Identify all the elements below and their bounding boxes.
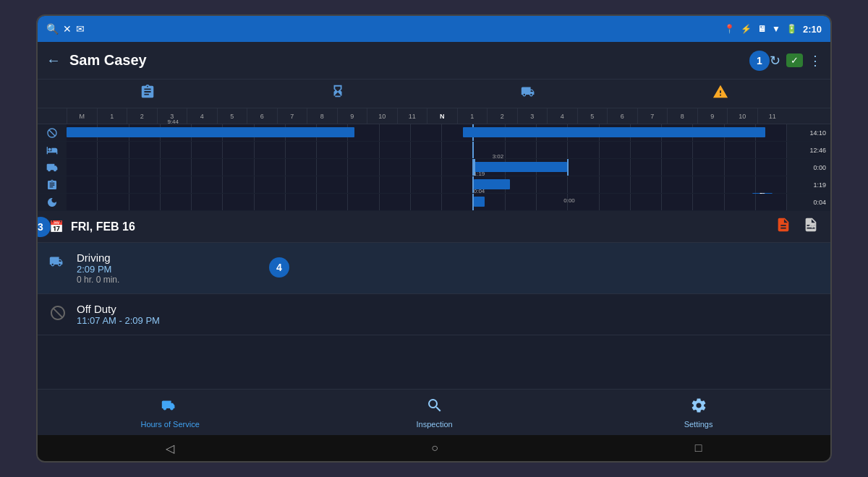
total-on-duty: 1:19 xyxy=(787,181,830,189)
off-duty-bar-1: 9:44 xyxy=(67,127,354,137)
nav-hos-label: Hours of Service xyxy=(140,420,199,429)
bar-label-302: 3:02 xyxy=(493,153,504,160)
settings-icon xyxy=(690,397,707,418)
time-9: 9 xyxy=(337,108,367,124)
off-duty-icon xyxy=(38,127,67,139)
time-7: 7 xyxy=(277,108,307,124)
row-other: 0:04 0:00 0:04 xyxy=(38,194,830,211)
cursor-icon: ✕ xyxy=(63,23,72,35)
date-bar: 3 📅 FRI, FEB 16 xyxy=(38,211,830,243)
activity-driving-icon xyxy=(49,253,67,274)
driving-bar-1: 3:02 xyxy=(474,162,567,172)
status-bar-left: 🔍 ✕ ✉ xyxy=(46,23,85,35)
wifi-icon: ▼ xyxy=(772,24,780,34)
time-m: M xyxy=(67,108,97,124)
driving-icon xyxy=(38,162,67,173)
time-p2: 2 xyxy=(487,108,517,124)
activity-off-duty-time: 11:07 AM - 2:09 PM xyxy=(77,315,819,326)
row-other-grid: 0:04 0:00 xyxy=(67,194,787,210)
android-home-button[interactable]: ○ xyxy=(431,442,438,455)
warning-icon[interactable] xyxy=(712,84,728,103)
android-back-button[interactable]: ◁ xyxy=(166,442,174,455)
bottom-nav: Hours of Service Inspection Settings xyxy=(38,389,830,435)
total-driving: 0:00 xyxy=(787,164,830,171)
export-icon[interactable] xyxy=(803,217,819,236)
row-on-duty: 1:19 1:19 xyxy=(38,176,830,194)
time-header: M 1 2 3 4 5 6 7 8 9 10 11 N 1 2 3 4 xyxy=(38,108,830,124)
top-bar: ← Sam Casey 1 ↻ ✓ ⋮ xyxy=(38,42,830,80)
activity-driving-time: 2:09 PM xyxy=(77,264,819,275)
sleeper-icon xyxy=(38,145,67,156)
clipboard-icon[interactable] xyxy=(140,84,156,103)
nav-inspection[interactable]: Inspection xyxy=(406,397,464,429)
document-alert-icon[interactable] xyxy=(775,217,791,236)
clock: 2:10 xyxy=(803,24,822,35)
row-sleeper-grid xyxy=(67,142,787,158)
activity-driving-duration: 0 hr. 0 min. xyxy=(77,275,819,285)
nav-settings[interactable]: Settings xyxy=(670,397,728,429)
top-bar-actions: ↻ ✓ ⋮ xyxy=(770,53,822,69)
time-8: 8 xyxy=(307,108,337,124)
sleep-icon xyxy=(38,197,67,208)
truck-icon[interactable] xyxy=(521,84,538,103)
time-10: 10 xyxy=(367,108,397,124)
time-p11: 11 xyxy=(757,108,788,124)
hos-icon xyxy=(161,397,179,418)
time-p3: 3 xyxy=(517,108,548,124)
icon-bar xyxy=(38,80,830,108)
bluetooth-icon: ⚡ xyxy=(741,24,752,34)
location-icon: 📍 xyxy=(724,24,735,34)
bar-label-119: 1:19 xyxy=(474,171,485,177)
nav-inspection-label: Inspection xyxy=(417,420,453,429)
time-p8: 8 xyxy=(667,108,697,124)
search-icon: 🔍 xyxy=(46,23,59,35)
time-p4: 4 xyxy=(547,108,577,124)
refresh-icon[interactable]: ↻ xyxy=(770,53,780,69)
bar-label-944: 9:44 xyxy=(167,119,179,125)
total-sleeper: 12:46 xyxy=(787,147,830,154)
activity-driving-status: Driving xyxy=(77,252,819,264)
date-bar-actions xyxy=(775,217,819,236)
bar-label-000: 0:00 xyxy=(563,197,575,204)
time-2: 2 xyxy=(127,108,157,124)
screen-icon: 🖥 xyxy=(757,24,766,34)
nav-hours-of-service[interactable]: Hours of Service xyxy=(140,397,199,429)
calendar-icon: 📅 xyxy=(49,220,64,233)
total-other: 0:04 xyxy=(787,199,830,206)
app-area: ← Sam Casey 1 ↻ ✓ ⋮ xyxy=(38,42,830,435)
activity-off-duty-info: Off Duty 11:07 AM - 2:09 PM xyxy=(77,303,819,326)
chart-container: M 1 2 3 4 5 6 7 8 9 10 11 N 1 2 3 4 xyxy=(38,108,830,211)
time-p5: 5 xyxy=(577,108,608,124)
time-p1: 1 xyxy=(457,108,488,124)
time-p7: 7 xyxy=(637,108,668,124)
activity-list: Driving 2:09 PM 0 hr. 0 min. 4 Off Duty … xyxy=(38,243,830,389)
hourglass-icon[interactable] xyxy=(330,84,346,103)
android-nav: ◁ ○ □ xyxy=(38,435,830,461)
more-menu-icon[interactable]: ⋮ xyxy=(809,53,822,69)
activity-off-duty-icon xyxy=(49,304,67,325)
row-off-duty-grid: 9:44 xyxy=(67,124,787,141)
status-bar: 🔍 ✕ ✉ 📍 ⚡ 🖥 ▼ 🔋 2:10 xyxy=(38,16,830,42)
time-1: 1 xyxy=(97,108,127,124)
date-text: FRI, FEB 16 xyxy=(71,220,135,233)
nav-settings-label: Settings xyxy=(684,420,713,429)
back-button[interactable]: ← xyxy=(46,52,61,69)
android-recent-button[interactable]: □ xyxy=(695,442,702,455)
activity-off-duty[interactable]: Off Duty 11:07 AM - 2:09 PM xyxy=(38,294,830,335)
time-p9: 9 xyxy=(697,108,728,124)
status-bar-right: 📍 ⚡ 🖥 ▼ 🔋 2:10 xyxy=(724,24,822,35)
row-off-duty: 9:44 14:10 xyxy=(38,124,830,142)
row-driving-grid: 3:02 xyxy=(67,159,787,176)
bar-label-004: 0:04 xyxy=(474,188,485,194)
driver-name: Sam Casey xyxy=(69,52,744,69)
row-sleeper: 12:46 xyxy=(38,142,830,159)
time-p10: 10 xyxy=(727,108,757,124)
annotation-bubble-1: 1 xyxy=(749,51,770,71)
other-bar: 0:04 xyxy=(474,197,485,207)
time-6: 6 xyxy=(247,108,277,124)
activity-driving-info: Driving 2:09 PM 0 hr. 0 min. xyxy=(77,252,819,285)
time-p6: 6 xyxy=(607,108,637,124)
time-5: 5 xyxy=(217,108,247,124)
activity-driving[interactable]: Driving 2:09 PM 0 hr. 0 min. 4 xyxy=(38,243,830,294)
mail-icon: ✉ xyxy=(76,23,85,35)
